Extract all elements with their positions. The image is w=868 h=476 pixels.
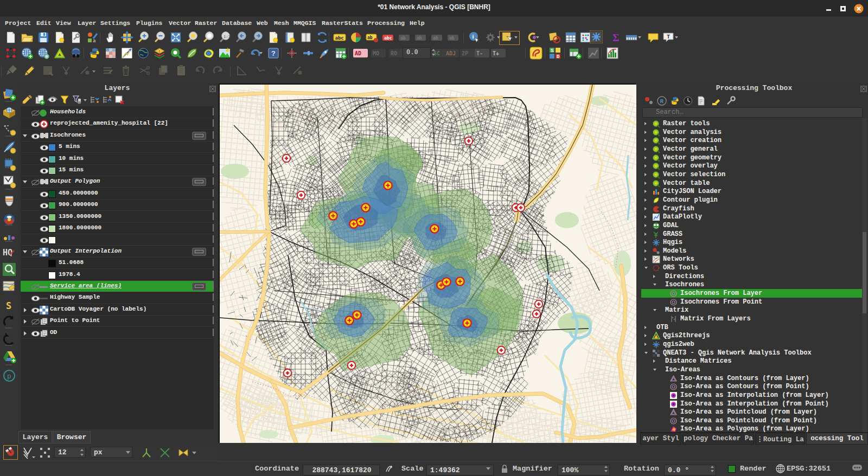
svg-text:a: a <box>93 38 95 43</box>
svg-text:S: S <box>6 300 11 311</box>
svg-text:abc: abc <box>335 35 344 41</box>
svg-text:ab: ab <box>417 36 422 41</box>
svg-text:R: R <box>660 98 664 105</box>
svg-text:T: T <box>667 34 670 40</box>
svg-text:i: i <box>473 33 474 40</box>
svg-text:?: ? <box>271 50 276 58</box>
svg-text:ab: ab <box>367 35 373 40</box>
svg-text:ab: ab <box>433 36 438 41</box>
svg-text:p: p <box>7 372 11 380</box>
svg-text:abc: abc <box>384 36 392 41</box>
svg-text:RO: RO <box>391 50 397 56</box>
svg-text:ab: ab <box>449 36 455 41</box>
svg-text:S: S <box>551 48 554 54</box>
svg-text:HQ: HQ <box>3 248 12 258</box>
svg-text:D: D <box>557 54 560 60</box>
svg-text:AD: AD <box>355 50 361 56</box>
svg-text:Σ: Σ <box>612 32 619 43</box>
svg-text:2P: 2P <box>462 50 468 56</box>
svg-text:T+: T+ <box>493 50 499 56</box>
svg-text:ab: ab <box>400 36 406 41</box>
svg-text:MO: MO <box>373 50 379 56</box>
svg-text:T-: T- <box>476 50 483 56</box>
svg-text:1:1: 1:1 <box>224 35 231 39</box>
svg-text:ADJ: ADJ <box>446 50 456 56</box>
